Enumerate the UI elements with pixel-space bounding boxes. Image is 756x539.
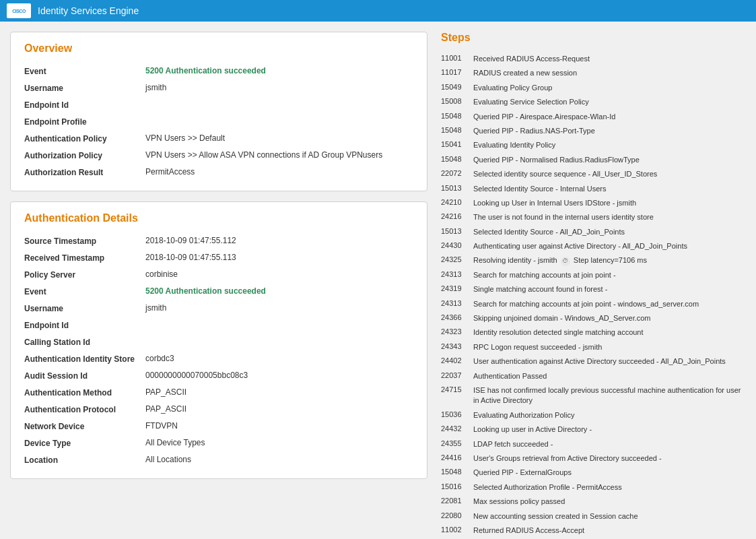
auth-details-row-label: Authentication Method: [24, 387, 145, 398]
step-code: 11017: [441, 68, 468, 76]
auth-details-row-label: Calling Station Id: [24, 337, 145, 347]
step-description: User's Groups retrieval from Active Dire…: [473, 453, 746, 464]
step-code: 15048: [441, 155, 468, 163]
step-row: 24216The user is not found in the intern…: [441, 210, 746, 224]
step-row: 24416User's Groups retrieval from Active…: [441, 451, 746, 466]
overview-row: Authorization PolicyVPN Users >> Allow A…: [24, 147, 413, 164]
auth-details-row: Authentication MethodPAP_ASCII: [24, 384, 413, 401]
auth-details-row: Event5200 Authentication succeeded: [24, 283, 413, 300]
step-code: 24715: [441, 385, 468, 393]
steps-title: Steps: [441, 32, 746, 44]
step-description: New accounting session created in Sessio…: [473, 511, 746, 521]
step-code: 15013: [441, 184, 468, 192]
step-code: 22080: [441, 511, 468, 519]
auth-details-row-label: Username: [24, 303, 145, 313]
step-row: 22080New accounting session created in S…: [441, 509, 746, 524]
step-description: Looking up user in Active Directory -: [473, 424, 746, 435]
auth-details-row-value: jsmith: [145, 303, 413, 313]
step-row: 15013Selected Identity Source - Internal…: [441, 182, 746, 196]
left-panel: Overview Event5200 Authentication succee…: [10, 32, 427, 529]
step-code: 11002: [441, 526, 468, 534]
step-row: 15036Evaluating Authorization Policy: [441, 408, 746, 422]
step-description: The user is not found in the internal us…: [473, 212, 746, 222]
auth-details-row-label: Location: [24, 455, 145, 465]
step-code: 24319: [441, 284, 468, 292]
main-content: Overview Event5200 Authentication succee…: [0, 22, 756, 539]
auth-details-rows: Source Timestamp2018-10-09 01:47:55.112R…: [24, 232, 413, 468]
step-description: Evaluating Policy Group: [473, 83, 746, 93]
cisco-logo: CISCO: [7, 3, 31, 18]
auth-details-row-value: corbdc3: [145, 354, 413, 363]
step-description: Selected Identity Source - All_AD_Join_P…: [473, 227, 746, 237]
overview-row-label: Authorization Policy: [24, 150, 145, 160]
auth-details-row-value: PAP_ASCII: [145, 387, 413, 397]
step-description: Search for matching accounts at join poi…: [473, 270, 746, 280]
step-description: Evaluating Authorization Policy: [473, 410, 746, 420]
step-description: Selected identity source sequence - All_…: [473, 169, 746, 179]
step-description: User authentication against Active Direc…: [473, 356, 746, 367]
step-description: Looking up User in Internal Users IDStor…: [473, 198, 746, 208]
overview-row: Authorization ResultPermitAccess: [24, 164, 413, 181]
step-description: Queried PIP - ExternalGroups: [473, 468, 746, 478]
overview-row: Usernamejsmith: [24, 80, 413, 96]
step-code: 15016: [441, 482, 468, 490]
step-code: 15041: [441, 140, 468, 148]
auth-details-row: LocationAll Locations: [24, 451, 413, 468]
step-description: Queried PIP - Normalised Radius.RadiusFl…: [473, 155, 746, 165]
auth-details-row-value: corbinise: [145, 270, 413, 279]
overview-row-value: 5200 Authentication succeeded: [145, 66, 413, 75]
step-code: 24430: [441, 241, 468, 249]
step-code: 24210: [441, 198, 468, 206]
step-code: 15048: [441, 126, 468, 134]
step-description: Search for matching accounts at join poi…: [473, 299, 746, 309]
step-code: 24325: [441, 255, 468, 263]
step-code: 24216: [441, 212, 468, 220]
step-description: Max sessions policy passed: [473, 497, 746, 507]
auth-details-row: Calling Station Id: [24, 334, 413, 350]
auth-details-title: Authentication Details: [24, 212, 413, 224]
step-description: Resolving identity - jsmith ⏱ Step laten…: [473, 255, 746, 265]
step-code: 15008: [441, 97, 468, 105]
overview-row-label: Endpoint Profile: [24, 117, 145, 127]
step-row: 15048Queried PIP - Airespace.Airespace-W…: [441, 110, 746, 124]
step-description: LDAP fetch succeeded -: [473, 439, 746, 449]
step-row: 22072Selected identity source sequence -…: [441, 167, 746, 181]
step-row: 15048Queried PIP - Normalised Radius.Rad…: [441, 153, 746, 167]
step-row: 15016Selected Authorization Profile - Pe…: [441, 480, 746, 495]
auth-details-row-label: Policy Server: [24, 270, 145, 280]
step-row: 24210Looking up User in Internal Users I…: [441, 196, 746, 210]
auth-details-row-value: 5200 Authentication succeeded: [145, 286, 413, 296]
step-row: 11002Returned RADIUS Access-Accept: [441, 524, 746, 538]
step-row: 11001Received RADIUS Access-Request: [441, 52, 746, 66]
auth-details-row-label: Authentication Identity Store: [24, 354, 145, 364]
auth-details-row-label: Received Timestamp: [24, 253, 145, 263]
auth-details-row-label: Event: [24, 286, 145, 296]
auth-details-card: Authentication Details Source Timestamp2…: [10, 201, 427, 479]
step-row: 24319Single matching account found in fo…: [441, 282, 746, 296]
auth-details-row-label: Endpoint Id: [24, 320, 145, 330]
auth-details-row: Endpoint Id: [24, 317, 413, 334]
step-row: 24323Identity resolution detected single…: [441, 325, 746, 340]
overview-row-value: PermitAccess: [145, 167, 413, 177]
step-code: 24366: [441, 313, 468, 321]
overview-row-value: VPN Users >> Default: [145, 133, 413, 143]
overview-row-label: Event: [24, 66, 145, 76]
overview-row-value: jsmith: [145, 83, 413, 92]
header-title: Identity Services Engine: [38, 5, 139, 16]
step-row: 24715ISE has not confirmed locally previ…: [441, 383, 746, 408]
step-row: 24355LDAP fetch succeeded -: [441, 437, 746, 451]
step-row: 15013Selected Identity Source - All_AD_J…: [441, 225, 746, 239]
auth-details-row: Received Timestamp2018-10-09 01:47:55.11…: [24, 249, 413, 266]
step-row: 15041Evaluating Identity Policy: [441, 138, 746, 152]
overview-row-label: Authentication Policy: [24, 133, 145, 144]
overview-row-label: Endpoint Id: [24, 100, 145, 110]
auth-details-row-value: 2018-10-09 01:47:55.112: [145, 236, 413, 245]
step-description: Identity resolution detected single matc…: [473, 327, 746, 338]
auth-details-row-value: PAP_ASCII: [145, 404, 413, 414]
step-description: Received RADIUS Access-Request: [473, 54, 746, 64]
step-code: 24355: [441, 439, 468, 447]
auth-details-row: Authentication ProtocolPAP_ASCII: [24, 401, 413, 418]
auth-details-row: Network DeviceFTDVPN: [24, 418, 413, 435]
step-code: 15036: [441, 410, 468, 418]
step-code: 15049: [441, 83, 468, 91]
